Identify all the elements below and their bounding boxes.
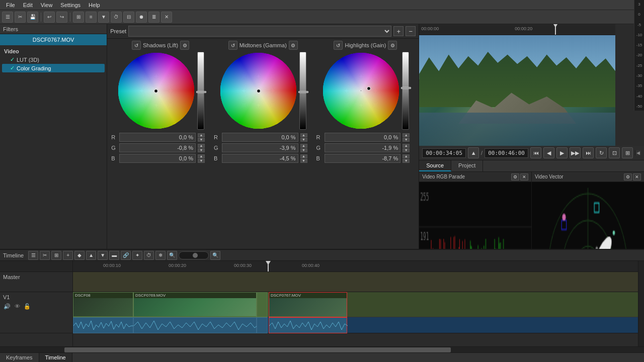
toolbar-close-icon[interactable]: ✕ <box>161 12 172 23</box>
panel-expand-button[interactable]: ◀ <box>635 150 641 155</box>
midtones-b-input[interactable] <box>222 154 298 163</box>
tl-marker-btn[interactable]: ◆ <box>74 251 85 260</box>
transport-clip-mode[interactable]: ⊡ <box>609 147 620 158</box>
shadows-options-button[interactable]: ⚙ <box>180 41 189 50</box>
shadows-g-down[interactable]: ▼ <box>198 148 205 152</box>
midtones-reset-button[interactable]: ↺ <box>228 41 237 50</box>
midtones-b-up[interactable]: ▲ <box>300 154 307 158</box>
vector-close[interactable]: ✕ <box>633 173 641 180</box>
transport-to-start[interactable]: ⏮ <box>530 147 541 158</box>
rgb-parade-close[interactable]: ✕ <box>520 173 528 180</box>
tl-menu-btn[interactable]: ☰ <box>28 251 38 260</box>
shadows-slider-thumb[interactable] <box>196 91 206 93</box>
menu-edit[interactable]: Edit <box>19 1 37 9</box>
shadows-g-input[interactable] <box>119 143 196 152</box>
clip-dscf0767b[interactable]: DSCF0767.MOV <box>269 292 347 317</box>
v1-lock-icon[interactable]: 🔓 <box>23 302 31 310</box>
audio-clip-3b[interactable] <box>269 317 347 333</box>
preview-playhead[interactable] <box>555 24 556 35</box>
clip-dscf08[interactable]: DSCF08 <box>73 292 133 317</box>
tl-link-btn[interactable]: 🔗 <box>121 251 131 260</box>
zoom-slider[interactable] <box>179 251 209 259</box>
rgb-parade-settings[interactable]: ⚙ <box>511 173 519 180</box>
toolbar-record-icon[interactable]: ⏺ <box>136 12 147 23</box>
shadows-slider[interactable] <box>197 52 204 130</box>
midtones-slider-thumb[interactable] <box>298 91 308 93</box>
tab-project[interactable]: Project <box>451 160 483 171</box>
filter-lut[interactable]: ✓ LUT (3D) <box>2 55 105 64</box>
vector-settings[interactable]: ⚙ <box>624 173 632 180</box>
shadows-wheel-dot[interactable] <box>154 89 158 93</box>
highlights-b-down[interactable]: ▼ <box>403 159 410 163</box>
toolbar-clock-icon[interactable]: ⏱ <box>111 12 122 23</box>
shadows-r-down[interactable]: ▼ <box>198 138 205 142</box>
preset-select[interactable] <box>128 26 391 37</box>
transport-back-frame[interactable]: ◀ <box>543 147 554 158</box>
tl-blade-btn[interactable]: ✦ <box>132 251 142 260</box>
shadows-b-up[interactable]: ▲ <box>198 154 205 158</box>
tab-timeline[interactable]: Timeline <box>39 353 72 362</box>
toolbar-menu-icon[interactable]: ☰ <box>2 12 13 23</box>
horizontal-scrollbar[interactable] <box>0 346 644 352</box>
tl-clip-btn[interactable]: ▬ <box>109 251 119 260</box>
shadows-g-up[interactable]: ▲ <box>198 144 205 148</box>
shadows-reset-button[interactable]: ↺ <box>132 41 141 50</box>
menu-settings[interactable]: Settings <box>56 1 85 9</box>
clip-dscf0769[interactable]: DSCF0769.MOV <box>133 292 257 317</box>
highlights-g-down[interactable]: ▼ <box>403 148 410 152</box>
midtones-r-input[interactable] <box>222 133 298 142</box>
timecode-current[interactable]: 00:00:34:05 <box>422 148 466 158</box>
tab-source[interactable]: Source <box>419 160 451 171</box>
tl-down-btn[interactable]: ▼ <box>98 251 108 260</box>
toolbar-save-icon[interactable]: 💾 <box>27 12 38 23</box>
highlights-color-wheel[interactable] <box>322 52 400 130</box>
tl-up-btn[interactable]: ▲ <box>86 251 96 260</box>
highlights-g-input[interactable] <box>325 143 401 152</box>
tl-zoom-out-btn[interactable]: 🔍 <box>167 251 177 260</box>
toolbar-layout-icon[interactable]: ⊞ <box>73 12 84 23</box>
toolbar-list-icon[interactable]: ≡ <box>86 12 97 23</box>
v1-eye-icon[interactable]: 👁 <box>13 302 21 310</box>
transport-forward-frame[interactable]: ▶▶ <box>570 147 581 158</box>
tl-speed-btn[interactable]: ⏱ <box>144 251 154 260</box>
highlights-options-button[interactable]: ⚙ <box>388 41 397 50</box>
toolbar-cut-icon[interactable]: ✂ <box>15 12 26 23</box>
tab-keyframes[interactable]: Keyframes <box>0 353 39 362</box>
midtones-options-button[interactable]: ⚙ <box>289 41 298 50</box>
tl-snap-btn[interactable]: ⊞ <box>51 251 61 260</box>
audio-clip-3a[interactable] <box>257 317 268 333</box>
transport-grid[interactable]: ⊞ <box>622 147 633 158</box>
shadows-r-up[interactable]: ▲ <box>198 133 205 137</box>
transport-play[interactable]: ▶ <box>556 147 568 158</box>
tl-freeze-btn[interactable]: ❄ <box>155 251 166 260</box>
add-preset-button[interactable]: + <box>393 26 404 36</box>
remove-preset-button[interactable]: − <box>406 26 416 36</box>
menu-help[interactable]: Help <box>85 1 104 9</box>
highlights-wheel-dot[interactable] <box>367 86 371 90</box>
vertical-scrollbar[interactable] <box>638 261 644 346</box>
tl-magnet-btn[interactable]: ✂ <box>40 251 50 260</box>
menu-view[interactable]: View <box>37 1 57 9</box>
clip-dscf0767a[interactable] <box>257 292 268 317</box>
highlights-slider[interactable] <box>402 52 409 130</box>
highlights-reset-button[interactable]: ↺ <box>334 41 343 50</box>
highlights-slider-thumb[interactable] <box>401 87 411 89</box>
toolbar-grid-icon[interactable]: ⊟ <box>123 12 134 23</box>
shadows-r-input[interactable] <box>119 133 196 142</box>
midtones-r-down[interactable]: ▼ <box>300 138 307 142</box>
toolbar-filter-icon[interactable]: ▼ <box>98 12 109 23</box>
midtones-wheel-dot[interactable] <box>257 89 261 93</box>
transport-loop[interactable]: ↻ <box>596 147 607 158</box>
midtones-g-up[interactable]: ▲ <box>300 144 307 148</box>
midtones-g-down[interactable]: ▼ <box>300 148 307 152</box>
v1-audio-icon[interactable]: 🔊 <box>3 302 11 310</box>
toolbar-undo-icon[interactable]: ↩ <box>44 12 55 23</box>
audio-clip-1[interactable] <box>73 317 133 333</box>
shadows-b-input[interactable] <box>119 154 196 163</box>
highlights-g-up[interactable]: ▲ <box>403 144 410 148</box>
h-scroll-thumb[interactable] <box>64 347 451 352</box>
tl-zoom-in-btn[interactable]: 🔍 <box>210 251 220 260</box>
spin-up-button[interactable]: ▲ <box>468 147 479 158</box>
midtones-slider[interactable] <box>299 52 306 130</box>
highlights-r-down[interactable]: ▼ <box>403 138 410 142</box>
